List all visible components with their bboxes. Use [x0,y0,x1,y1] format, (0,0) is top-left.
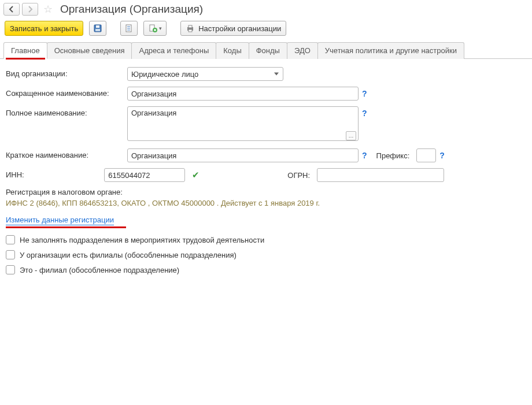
tab-funds[interactable]: Фонды [249,42,287,59]
short-name-input[interactable] [127,87,359,101]
tab-basic-info[interactable]: Основные сведения [47,42,132,59]
svg-rect-1 [96,25,99,28]
floppy-icon [93,24,102,33]
prefix-input[interactable] [416,148,436,162]
tax-registration-info: ИФНС 2 (8646), КПП 864653213, ОКАТО , ОК… [6,199,526,207]
full-name-label: Полное наименование: [6,106,127,117]
prefix-label: Префикс: [376,151,410,160]
full-name-textarea[interactable] [127,106,359,141]
is-branch-checkbox[interactable] [6,265,15,274]
brief-name-input[interactable] [127,148,359,162]
inn-label: ИНН: [6,168,104,179]
arrow-right-icon [25,5,35,14]
svg-rect-2 [95,29,100,31]
short-name-help-icon[interactable]: ? [362,89,367,98]
svg-rect-11 [189,29,192,32]
ogrn-input[interactable] [317,168,444,182]
is-branch-label: Это - филиал (обособленное подразделение… [20,266,179,274]
tax-registration-label: Регистрация в налоговом органе: [6,188,526,196]
document-plus-icon [149,24,158,33]
org-type-label: Вид организации: [6,67,127,78]
short-name-label: Сокращенное наименование: [6,87,127,98]
edit-link-highlight [6,226,126,228]
svg-rect-10 [189,25,192,28]
tab-main[interactable]: Главное [3,42,47,59]
no-subdivisions-checkbox[interactable] [6,235,15,244]
save-and-close-button[interactable]: Записать и закрыть [5,21,83,36]
tab-addresses[interactable]: Адреса и телефоны [131,42,216,59]
brief-name-label: Краткое наименование: [6,148,127,159]
tab-edo[interactable]: ЭДО [287,42,318,59]
has-branches-label: У организации есть филиалы (обособленные… [20,251,237,259]
brief-name-help-icon[interactable]: ? [362,151,367,160]
ogrn-label: ОГРН: [287,171,310,180]
inn-input[interactable] [104,168,185,182]
page-title: Организация (Организация) [60,3,203,16]
document-icon [124,24,134,33]
edit-registration-link[interactable]: Изменить данные регистрации [6,215,114,225]
prefix-help-icon[interactable]: ? [439,151,445,160]
has-branches-checkbox[interactable] [6,250,15,259]
tab-codes[interactable]: Коды [216,42,249,59]
full-name-expand-button[interactable]: … [346,131,356,140]
full-name-help-icon[interactable]: ? [362,109,367,118]
save-button[interactable] [89,21,106,36]
org-type-select[interactable]: Юридическое лицо [127,67,283,81]
no-subdivisions-label: Не заполнять подразделения в мероприятия… [20,236,264,244]
arrow-left-icon [7,5,16,14]
document-button[interactable] [120,21,138,36]
inn-valid-icon: ✔ [192,170,200,180]
nav-forward-button[interactable] [22,3,38,16]
tab-accounting-policy[interactable]: Учетная политика и другие настройки [317,42,464,59]
add-document-button[interactable]: ▾ [143,21,167,36]
nav-back-button[interactable] [3,3,20,16]
printer-icon [186,24,195,33]
org-settings-button[interactable]: Настройки организации [180,21,286,36]
favorite-star-icon[interactable]: ☆ [42,3,54,16]
